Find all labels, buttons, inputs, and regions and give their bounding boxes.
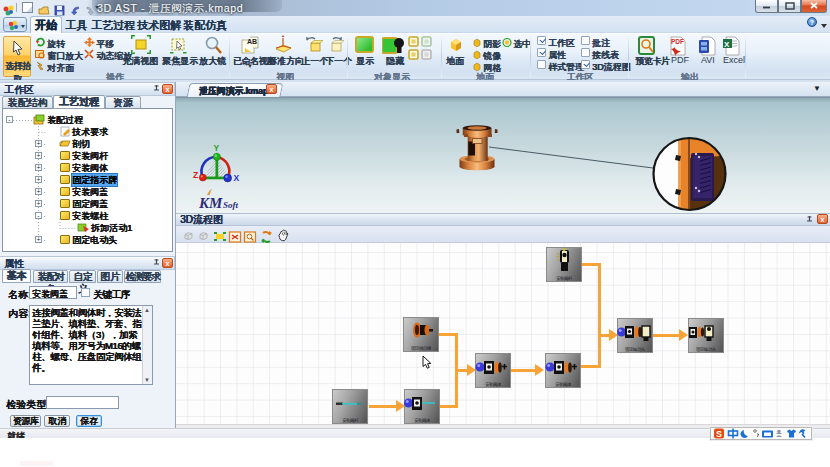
svg-text:Soft: Soft xyxy=(223,200,239,210)
svg-text:Z: Z xyxy=(193,170,198,180)
svg-text:AB: AB xyxy=(247,38,257,45)
svg-text:S: S xyxy=(716,429,722,439)
svg-text:X: X xyxy=(234,173,240,183)
svg-text:X: X xyxy=(724,40,730,49)
svg-text:PDF: PDF xyxy=(671,38,684,45)
svg-text:KM: KM xyxy=(198,195,223,211)
svg-text:Y: Y xyxy=(214,143,220,153)
